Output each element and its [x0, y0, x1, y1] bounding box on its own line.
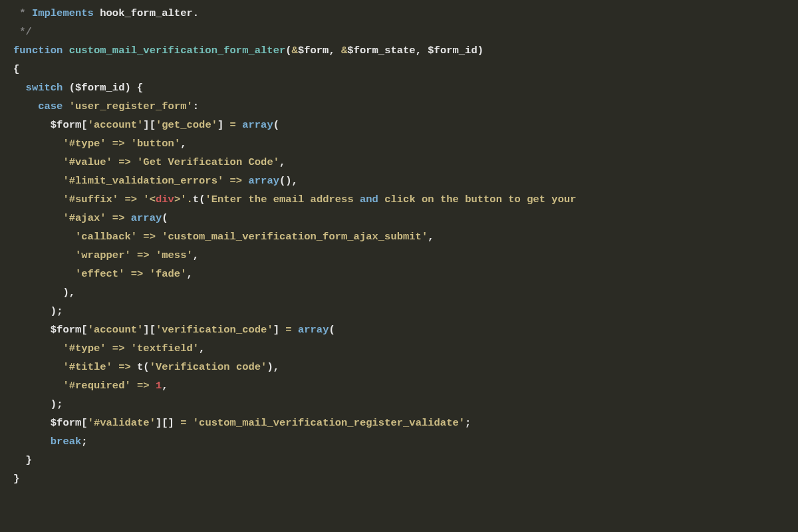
code-line: '#type' => 'button', [13, 138, 187, 150]
code-line: ); [13, 398, 63, 410]
code-line: 'effect' => 'fade', [13, 268, 193, 280]
code-line: } [13, 473, 19, 485]
code-line: '#title' => t('Verification code'), [13, 361, 279, 373]
code-line: '#suffix' => '<div>'.t('Enter the email … [13, 194, 577, 205]
code-line: ), [13, 287, 75, 299]
code-line: '#value' => 'Get Verification Code', [13, 156, 285, 168]
code-line: * Implements hook_form_alter. [13, 7, 199, 19]
code-line: '#required' => 1, [13, 380, 168, 392]
code-line: */ [13, 26, 32, 38]
code-line: $form['account']['get_code'] = array( [13, 119, 279, 131]
code-line: break; [13, 436, 88, 448]
code-line: } [13, 454, 32, 466]
code-line: case 'user_register_form': [13, 100, 199, 112]
code-line: 'wrapper' => 'mess', [13, 249, 199, 261]
code-line: '#type' => 'textfield', [13, 342, 205, 354]
code-line: '#ajax' => array( [13, 212, 168, 224]
code-line: { [13, 63, 19, 75]
code-line: '#limit_validation_errors' => array(), [13, 175, 298, 187]
code-line: function custom_mail_verification_form_a… [13, 45, 483, 57]
code-line: 'callback' => 'custom_mail_verification_… [13, 231, 434, 243]
code-line: $form['#validate'][] = 'custom_mail_veri… [13, 417, 471, 429]
code-line: switch ($form_id) { [13, 82, 143, 94]
code-line: ); [13, 305, 63, 317]
code-line: $form['account']['verification_code'] = … [13, 324, 335, 336]
code-editor: * Implements hook_form_alter. */ functio… [0, 0, 798, 488]
